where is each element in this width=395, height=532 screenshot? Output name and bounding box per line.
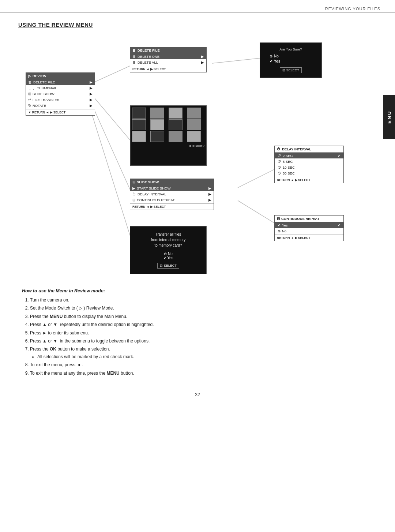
side-tab: ENU xyxy=(383,95,395,139)
review-item-filetransfer[interactable]: ↵ FILE TRANSFER ▶ xyxy=(26,97,95,102)
slide-show-footer: RETURN ◄ ▶ SELECT xyxy=(130,203,214,210)
thumb-cell xyxy=(187,119,201,130)
instructions-list: Turn the camera on. Set the Mode Switch … xyxy=(22,296,373,377)
delay-30sec[interactable]: ⏱ 30 SEC xyxy=(275,170,343,176)
transfer-yes-option[interactable]: ✔ Yes xyxy=(136,256,200,260)
section-title: USING THE REVIEW MENU xyxy=(18,22,377,28)
review-item-slideshow[interactable]: ⊞ SLIDE SHOW ▶ xyxy=(26,91,95,97)
transfer-text: Transfer all files from internal memory … xyxy=(136,232,200,248)
transfer-no-option[interactable]: ⊗ No xyxy=(136,252,200,256)
delay-interval-item[interactable]: ⏱ DELAY INTERVAL ▶ xyxy=(130,191,214,197)
svg-line-2 xyxy=(91,104,132,193)
popup-are-you-sure-title: Are You Sure? xyxy=(266,47,316,51)
thumb-cell xyxy=(150,108,164,119)
popup-no-option[interactable]: ⊗ No xyxy=(266,54,316,58)
diagram-area: ▷ REVIEW 🗑 DELETE FILE ▶ ⋮⋮ THUMBNAIL ▶ … xyxy=(18,36,377,277)
svg-line-3 xyxy=(91,113,132,241)
thumb-cell xyxy=(187,131,201,142)
instr-step-9: To exit the menu at any time, press the … xyxy=(30,370,373,377)
thumb-cell xyxy=(169,119,183,130)
continuous-repeat-box: ⊟ CONTINUOUS REPEAT ✔ Yes ✔ ⊗ No RETURN … xyxy=(274,215,344,241)
thumb-cell xyxy=(169,131,183,142)
review-item-delete[interactable]: 🗑 DELETE FILE ▶ xyxy=(26,79,95,85)
review-menu: ▷ REVIEW 🗑 DELETE FILE ▶ ⋮⋮ THUMBNAIL ▶ … xyxy=(26,72,95,116)
instr-step-1: Turn the camera on. xyxy=(30,296,373,304)
slide-show-menu: ⊞ SLIDE SHOW ▶ START SLIDE SHOW ▶ ⏱ DELA… xyxy=(130,179,214,210)
thumb-cell xyxy=(169,108,183,119)
instr-step-5: Press ► to enter its submenu. xyxy=(30,329,373,337)
instr-sub-list: All selections will be marked by a red c… xyxy=(30,353,373,360)
continuous-repeat-item[interactable]: ⊟ CONTINUOUS REPEAT ▶ xyxy=(130,197,214,203)
instr-step-6: Press ▲ or ▼ in the submenu to toggle be… xyxy=(30,337,373,345)
continuous-repeat-title: ⊟ CONTINUOUS REPEAT xyxy=(275,216,343,222)
instructions-title: How to use the Menu in Review mode: xyxy=(22,288,373,293)
delay-interval-footer: RETURN ◄ ▶ SELECT xyxy=(275,177,343,183)
main-content: USING THE REVIEW MENU ▷ REVIEW xyxy=(0,13,395,386)
slide-show-title: ⊞ SLIDE SHOW xyxy=(130,179,214,185)
delay-10sec[interactable]: ⏱ 10 SEC xyxy=(275,164,343,170)
page-number: 32 xyxy=(0,386,395,401)
review-menu-footer: ▼ RETURN ◄ ▶ SELECT xyxy=(26,109,95,115)
thumb-cell xyxy=(150,131,164,142)
transfer-select-btn[interactable]: ⊡ SELECT xyxy=(157,263,179,269)
thumb-cell xyxy=(187,108,201,119)
start-slide-show-item[interactable]: ▶ START SLIDE SHOW ▶ xyxy=(130,185,214,191)
page-header: REVIEWING YOUR FILES xyxy=(0,0,395,13)
instr-step-2: Set the Mode Switch to ( ▷ ) Review Mode… xyxy=(30,304,373,312)
delay-2sec[interactable]: ⏱ 2 SEC ✔ xyxy=(275,153,343,158)
thumb-counter: 0012/0012 xyxy=(131,143,206,149)
instr-sub-step: All selections will be marked by a red c… xyxy=(37,353,373,360)
instr-step-4: Press ▲ or ▼ repeatedly until the desire… xyxy=(30,321,373,328)
svg-line-1 xyxy=(91,94,132,142)
continuous-repeat-footer: RETURN ◄ ▶ SELECT xyxy=(275,235,343,241)
repeat-no[interactable]: ⊗ No xyxy=(275,228,343,234)
delay-interval-box: ⏱ DELAY INTERVAL ⏱ 2 SEC ✔ ⏱ 5 SEC ⏱ 10 … xyxy=(274,146,344,183)
delete-file-title: 🗑 DELETE FILE xyxy=(130,47,206,53)
delete-menu-footer: RETURN ◄ ▶ SELECT xyxy=(130,66,206,72)
popup-yes-option[interactable]: ✔ Yes xyxy=(266,59,316,63)
thumbnail-grid: 0012/0012 xyxy=(130,105,207,166)
review-menu-title: ▷ REVIEW xyxy=(26,73,95,79)
thumb-grid-cells xyxy=(131,106,206,143)
thumb-cell xyxy=(132,119,146,130)
instr-step-7: Press the OK button to make a selection.… xyxy=(30,345,373,360)
thumb-cell xyxy=(132,108,146,119)
are-you-sure-popup: Are You Sure? ⊗ No ✔ Yes ⊡ SELECT xyxy=(260,42,322,78)
review-item-rotate[interactable]: ↻ ROTATE ▶ xyxy=(26,102,95,108)
thumb-cell xyxy=(132,131,146,142)
popup-select-btn[interactable]: ⊡ SELECT xyxy=(280,67,302,73)
repeat-yes[interactable]: ✔ Yes ✔ xyxy=(275,222,343,228)
delete-all-item[interactable]: 🗑 DELETE ALL ▶ xyxy=(130,59,206,65)
delete-one-item[interactable]: 🗑 DELETE ONE ▶ xyxy=(130,53,206,59)
review-item-thumbnail[interactable]: ⋮⋮ THUMBNAIL ▶ xyxy=(26,85,95,91)
header-text: REVIEWING YOUR FILES xyxy=(325,7,380,11)
transfer-popup: Transfer all files from internal memory … xyxy=(130,226,207,274)
svg-line-0 xyxy=(91,65,132,83)
thumb-cell xyxy=(150,119,164,130)
svg-line-4 xyxy=(212,58,263,63)
instructions-section: How to use the Menu in Review mode: Turn… xyxy=(18,288,377,377)
delay-interval-title: ⏱ DELAY INTERVAL xyxy=(275,146,343,153)
instr-step-3: Press the MENU button to display the Mai… xyxy=(30,313,373,320)
delete-file-menu: 🗑 DELETE FILE 🗑 DELETE ONE ▶ 🗑 DELETE AL… xyxy=(130,47,207,72)
delay-5sec[interactable]: ⏱ 5 SEC xyxy=(275,158,343,164)
instr-step-8: To exit the menu, press ◄ . xyxy=(30,361,373,368)
